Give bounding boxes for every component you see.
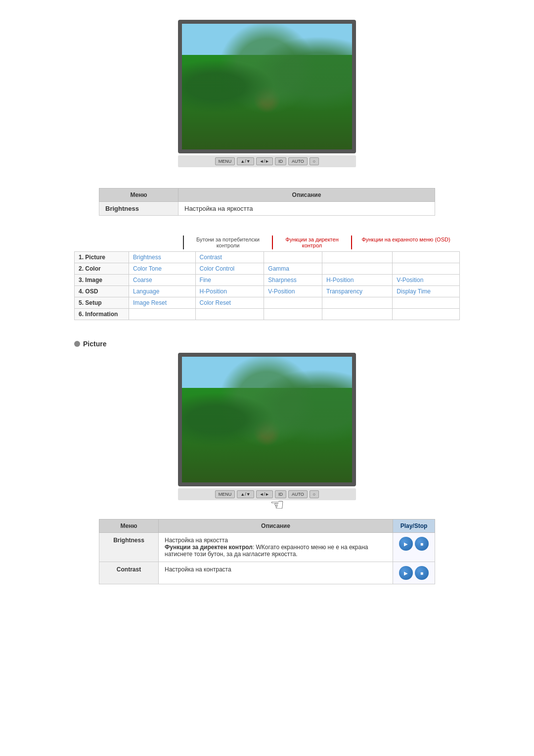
brightness-play-btn[interactable]: ▶: [399, 537, 413, 551]
nav-setup-col4: [322, 297, 393, 309]
nav-row-picture: 1. Picture Brightness Contrast: [75, 252, 460, 263]
menu-btn-2[interactable]: MENU: [215, 490, 235, 498]
nav-menu-image: 3. Image: [75, 275, 129, 286]
nav-image-col4: H-Position: [322, 275, 393, 286]
playstop-label-contrast: Contrast: [99, 562, 159, 584]
monitor-buttons-bottom: MENU ▲/▼ ◄/► ID AUTO ○: [178, 488, 356, 500]
nav-osd-col2: H-Position: [195, 286, 264, 297]
brightness-stop-btn[interactable]: ■: [415, 537, 429, 551]
picture-icon: [74, 341, 80, 347]
nav-color-col5: [393, 263, 460, 275]
playstop-row-brightness: Brightness Настройка на яркостта Функции…: [99, 533, 435, 562]
playstop-table: Меню Описание Play/Stop Brightness Настр…: [99, 519, 435, 584]
playstop-play-contrast: ▶ ■: [393, 562, 435, 584]
monitor-garden-image-2: [182, 357, 352, 482]
nav-picture-col1: Brightness: [129, 252, 196, 263]
brightness-btn-2[interactable]: ▲/▼: [237, 490, 254, 498]
nav-table: 1. Picture Brightness Contrast 2. Color …: [74, 251, 460, 320]
brightness-btn[interactable]: ▲/▼: [237, 157, 254, 165]
brightness-desc-bold: Функции за директен контрол: [165, 544, 253, 551]
nav-row-osd: 4. OSD Language H-Position V-Position Tr…: [75, 286, 460, 297]
nav-setup-col5: [393, 297, 460, 309]
nav-setup-col3: [264, 297, 322, 309]
nav-row-setup: 5. Setup Image Reset Color Reset: [75, 297, 460, 309]
brightness-desc: Настройка на яркостта: [178, 202, 435, 216]
nav-menu-info: 6. Information: [75, 309, 129, 320]
contrast-play-btn[interactable]: ▶: [399, 566, 413, 580]
top-monitor: MENU ▲/▼ ◄/► ID AUTO ○: [178, 20, 356, 167]
brightness-label: Brightness: [99, 202, 178, 216]
brightness-row: Brightness Настройка на яркостта: [99, 202, 435, 216]
nav-color-col3: Gamma: [264, 263, 322, 275]
nav-color-col2: Color Control: [195, 263, 264, 275]
contrast-play-buttons: ▶ ■: [399, 566, 429, 580]
nav-section: Бутони за потребителски контроли Функции…: [74, 236, 460, 320]
playstop-play-brightness: ▶ ■: [393, 533, 435, 562]
nav-picture-col4: [322, 252, 393, 263]
brightness-table: Меню Описание Brightness Настройка на яр…: [99, 188, 435, 216]
nav-image-col2: Fine: [195, 275, 264, 286]
monitor-buttons-top: MENU ▲/▼ ◄/► ID AUTO ○: [178, 155, 356, 167]
playstop-label-brightness: Brightness: [99, 533, 159, 562]
nav-row-info: 6. Information: [75, 309, 460, 320]
nav-picture-col3: [264, 252, 322, 263]
playstop-header-menu: Меню: [99, 520, 159, 533]
nav-menu-picture: 1. Picture: [75, 252, 129, 263]
nav-image-col5: V-Position: [393, 275, 460, 286]
nav-osd-col1: Language: [129, 286, 196, 297]
nav-btn[interactable]: ◄/►: [256, 157, 273, 165]
nav-color-col4: [322, 263, 393, 275]
page-wrapper: MENU ▲/▼ ◄/► ID AUTO ○ Меню Описание Bri…: [0, 0, 534, 603]
nav-setup-col1: Image Reset: [129, 297, 196, 309]
picture-section: Picture MENU ▲/▼ ◄/► ID AUTO ○ ☞ Меню Оп…: [74, 340, 460, 584]
nav-image-col1: Coarse: [129, 275, 196, 286]
picture-title: Picture: [74, 340, 460, 348]
nav-menu-setup: 5. Setup: [75, 297, 129, 309]
power-btn[interactable]: ○: [310, 157, 319, 165]
playstop-row-contrast: Contrast Настройка на контраста ▶ ■: [99, 562, 435, 584]
nav-header-osd: Функции на екранното меню (OSD): [351, 236, 460, 249]
playstop-desc-brightness: Настройка на яркостта Функции за директе…: [159, 533, 393, 562]
nav-row-image: 3. Image Coarse Fine Sharpness H-Positio…: [75, 275, 460, 286]
auto-btn-2[interactable]: AUTO: [288, 490, 308, 498]
id-btn[interactable]: ID: [275, 157, 286, 165]
menu-btn[interactable]: MENU: [215, 157, 235, 165]
nav-col-headers: Бутони за потребителски контроли Функции…: [74, 236, 460, 249]
nav-osd-col4: Transparency: [322, 286, 393, 297]
power-btn-2[interactable]: ○: [310, 490, 319, 498]
playstop-desc-contrast: Настройка на контраста: [159, 562, 393, 584]
nav-menu-osd: 4. OSD: [75, 286, 129, 297]
nav-info-col4: [322, 309, 393, 320]
nav-info-col1: [129, 309, 196, 320]
nav-info-col2: [195, 309, 264, 320]
playstop-header-play: Play/Stop: [393, 520, 435, 533]
nav-menu-color: 2. Color: [75, 263, 129, 275]
picture-title-text: Picture: [83, 340, 106, 348]
auto-btn[interactable]: AUTO: [288, 157, 308, 165]
nav-image-col3: Sharpness: [264, 275, 322, 286]
nav-picture-col2: Contrast: [195, 252, 264, 263]
hand-cursor-icon: ☞: [270, 495, 284, 514]
table1-header-desc: Описание: [178, 189, 435, 202]
brightness-play-buttons: ▶ ■: [399, 537, 429, 551]
contrast-stop-btn[interactable]: ■: [415, 566, 429, 580]
nav-header-user: Бутони за потребителски контроли: [183, 236, 272, 249]
nav-picture-col5: [393, 252, 460, 263]
table1-header-menu: Меню: [99, 189, 178, 202]
nav-info-col3: [264, 309, 322, 320]
bottom-monitor-container: MENU ▲/▼ ◄/► ID AUTO ○ ☞: [178, 353, 356, 514]
nav-color-col1: Color Tone: [129, 263, 196, 275]
playstop-header-desc: Описание: [159, 520, 393, 533]
nav-row-color: 2. Color Color Tone Color Control Gamma: [75, 263, 460, 275]
brightness-desc-line1: Настройка на яркостта: [165, 537, 228, 544]
nav-header-direct: Функции за директен контрол: [272, 236, 351, 249]
nav-osd-col5: Display Time: [393, 286, 460, 297]
monitor-frame-bottom: [178, 353, 356, 486]
nav-setup-col2: Color Reset: [195, 297, 264, 309]
monitor-frame-top: [178, 20, 356, 153]
nav-osd-col3: V-Position: [264, 286, 322, 297]
nav-info-col5: [393, 309, 460, 320]
monitor-garden-image: [182, 24, 352, 149]
